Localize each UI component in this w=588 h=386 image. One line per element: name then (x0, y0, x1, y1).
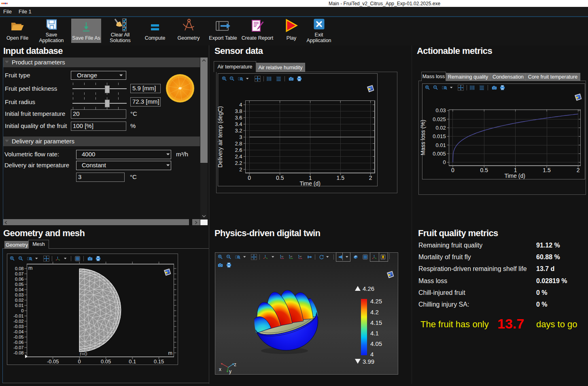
svg-text:0.08: 0.08 (15, 266, 23, 271)
svg-text:0: 0 (451, 167, 454, 173)
svg-text:1.5: 1.5 (543, 167, 551, 173)
svg-text:0: 0 (21, 308, 23, 313)
svg-text:0.02: 0.02 (15, 298, 23, 303)
svg-text:r=0: r=0 (80, 351, 87, 357)
svg-text:0.06: 0.06 (15, 277, 23, 282)
svg-text:0.03: 0.03 (15, 292, 23, 297)
svg-text:m: m (28, 265, 32, 271)
svg-text:Delivery air temp (degC): Delivery air temp (degC) (217, 106, 224, 168)
svg-text:3.8: 3.8 (235, 108, 242, 114)
svg-text:0.05: 0.05 (101, 358, 111, 365)
svg-text:0.03: 0.03 (435, 107, 446, 113)
svg-text:1.5: 1.5 (336, 175, 344, 181)
svg-text:-0.07: -0.07 (13, 345, 23, 350)
svg-text:2: 2 (577, 167, 580, 173)
svg-text:0.5: 0.5 (276, 175, 284, 181)
svg-text:-0.03: -0.03 (13, 324, 23, 329)
svg-text:x: x (219, 367, 221, 372)
svg-text:0.02: 0.02 (435, 125, 446, 131)
svg-text:Mass loss (%): Mass loss (%) (420, 120, 426, 156)
svg-text:0.5: 0.5 (480, 167, 488, 173)
svg-text:0: 0 (248, 175, 251, 181)
svg-text:Time (d): Time (d) (504, 173, 525, 179)
svg-text:0.01: 0.01 (435, 142, 446, 148)
svg-text:Time (d): Time (d) (299, 180, 321, 187)
svg-text:0.05: 0.05 (15, 282, 23, 287)
svg-text:0: 0 (78, 358, 81, 365)
svg-text:0.005: 0.005 (433, 151, 446, 157)
svg-text:2.2: 2.2 (235, 160, 242, 166)
svg-text:3.4: 3.4 (235, 121, 242, 127)
svg-text:0: 0 (443, 159, 446, 165)
svg-text:0.015: 0.015 (433, 133, 446, 139)
svg-text:0.15: 0.15 (154, 358, 164, 365)
svg-text:-0.01: -0.01 (13, 313, 23, 318)
svg-text:-0.04: -0.04 (13, 329, 23, 334)
svg-text:m: m (168, 350, 172, 356)
svg-text:-0.05: -0.05 (13, 335, 23, 339)
svg-text:2.4: 2.4 (235, 154, 242, 160)
svg-text:0.07: 0.07 (15, 271, 23, 276)
svg-text:0.025: 0.025 (433, 116, 446, 122)
svg-text:2.8: 2.8 (235, 141, 242, 147)
svg-text:-0.02: -0.02 (13, 319, 23, 324)
svg-text:z: z (234, 362, 236, 367)
svg-text:2.6: 2.6 (235, 147, 242, 153)
svg-text:2: 2 (239, 166, 242, 173)
svg-text:-0.08: -0.08 (13, 350, 23, 355)
svg-text:-0.05: -0.05 (47, 358, 59, 365)
svg-text:y: y (229, 369, 231, 374)
svg-text:0.1: 0.1 (129, 358, 136, 365)
svg-text:3.2: 3.2 (235, 128, 242, 134)
svg-text:3.6: 3.6 (235, 115, 242, 121)
svg-text:4: 4 (239, 102, 242, 108)
svg-text:0.01: 0.01 (15, 303, 23, 308)
svg-text:0.04: 0.04 (15, 287, 23, 292)
svg-text:-0.06: -0.06 (13, 340, 23, 345)
svg-text:2: 2 (369, 175, 372, 181)
svg-text:3: 3 (239, 134, 242, 140)
